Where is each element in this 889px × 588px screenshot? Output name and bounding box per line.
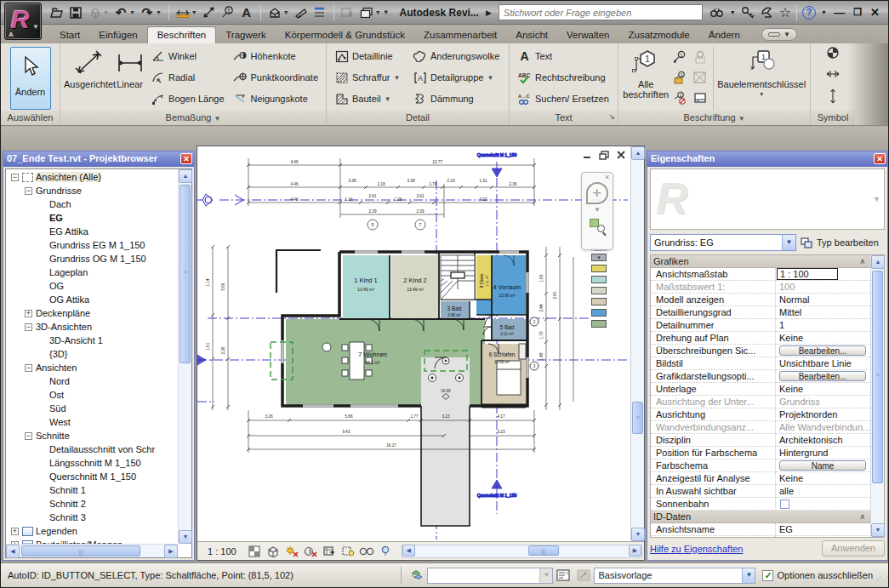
ribbon-tab-zusatzmodule[interactable]: Zusatzmodule <box>619 27 699 43</box>
multi-category-tag-icon[interactable]: 1 <box>670 67 690 88</box>
keynote-button[interactable]: 1 Bauelementschlüssel ▼ <box>716 45 806 100</box>
scroll-down-icon[interactable]: ▼ <box>179 530 192 544</box>
keynote-dropdown-icon[interactable]: ▼ <box>716 89 806 100</box>
property-row[interactable]: Sonnenbahn <box>651 498 870 511</box>
view-minimize-icon[interactable] <box>581 150 593 160</box>
subscription-key-icon[interactable] <box>741 6 755 19</box>
property-row[interactable]: DetaillierungsgradMittel <box>651 306 870 319</box>
terrace-walkway[interactable] <box>421 357 470 526</box>
tree-item[interactable]: −Ansichten <box>6 361 178 374</box>
find-replace-button[interactable]: A→C Suchen/ Ersetzen <box>515 89 612 108</box>
arc-length-dim-button[interactable]: Bogen Länge <box>148 89 226 108</box>
ribbon-tab--ndern[interactable]: Ändern <box>699 27 749 43</box>
property-value[interactable]: alle <box>775 485 870 497</box>
tag-icon[interactable]: 1 <box>219 4 236 21</box>
collapse-icon[interactable]: − <box>25 187 32 195</box>
property-value[interactable]: Keine <box>775 472 870 484</box>
detail-line-button[interactable]: Detaillinie <box>332 47 407 66</box>
revision-cloud-button[interactable]: Änderungswolke <box>410 47 502 66</box>
property-value-button[interactable]: Bearbeiten... <box>779 371 866 381</box>
panel-label-beschriftung[interactable]: Beschriftung ▼ <box>618 111 810 125</box>
spot-slope-button[interactable]: Neigungskote <box>231 89 322 108</box>
angle-dim-button[interactable]: Winkel <box>148 47 226 66</box>
tree-item[interactable]: −Schnitt 2 <box>6 497 178 511</box>
tree-item[interactable]: −Schnitt 3 <box>6 511 178 524</box>
sun-path-icon[interactable] <box>284 545 299 558</box>
tree-item[interactable]: −Ansichten (Alle) <box>6 170 178 184</box>
tree-item[interactable]: −Ost <box>6 388 178 402</box>
property-row[interactable]: AbhängigkeitUnabhängig <box>651 536 870 537</box>
insulation-button[interactable]: Dämmung <box>410 89 502 108</box>
temporary-hide-isolate-icon[interactable] <box>359 545 374 558</box>
detail-component-dropdown-icon[interactable]: ▼ <box>385 95 391 103</box>
panel-label-symbol[interactable]: Symbol <box>811 111 855 125</box>
search-dropdown-icon[interactable]: ▼ <box>730 9 736 15</box>
scroll-up-icon[interactable]: ▲ <box>631 146 645 160</box>
application-menu-button[interactable]: R A ▼ <box>4 3 42 40</box>
3d-view-dropdown-icon[interactable]: ▼ <box>283 9 289 15</box>
property-row[interactable]: Detailnummer1 <box>651 319 870 332</box>
property-value[interactable]: Architektonisch <box>775 434 870 446</box>
detail-group-button[interactable]: A Detailgruppe ▼ <box>410 68 502 87</box>
section-icon[interactable] <box>293 4 310 21</box>
ribbon-minimize-toggle[interactable]: ▼ <box>761 28 797 41</box>
property-row[interactable]: BildstilUnsichtbare Linie <box>651 357 870 370</box>
property-value[interactable]: Alle Wandverbindun... <box>775 421 870 433</box>
property-value[interactable]: Hintergrund <box>775 447 870 459</box>
default-3d-view-icon[interactable] <box>266 4 283 21</box>
tree-item[interactable]: −Dach <box>6 197 178 211</box>
show-crop-icon[interactable] <box>340 545 356 558</box>
scroll-down-icon[interactable]: ▼ <box>631 528 645 541</box>
tree-item[interactable]: −Lageplan <box>6 265 178 279</box>
collapse-icon[interactable]: − <box>25 432 32 440</box>
property-row[interactable]: AusrichtungProjektnorden <box>651 408 870 421</box>
tag-all-button[interactable]: 1 Alle beschriften <box>622 45 670 100</box>
property-row[interactable]: Anzeigestil für AnalyseKeine <box>651 472 870 485</box>
aligned-dimension-icon[interactable] <box>201 4 218 21</box>
tree-item[interactable]: +Bauteillisten/Mengen <box>6 538 178 544</box>
help-dropdown-icon[interactable]: ▼ <box>821 9 827 15</box>
type-selector[interactable]: Grundriss: EG ▼ <box>650 234 796 251</box>
view-reference-icon[interactable] <box>690 88 710 108</box>
scroll-right-icon[interactable]: ▶ <box>164 545 178 558</box>
tag-by-category-icon[interactable]: 1 <box>670 47 690 67</box>
property-row[interactable]: Maßstabswert 1:100 <box>651 281 870 294</box>
spot-coordinate-button[interactable]: Punktkoordinate <box>231 68 322 87</box>
tree-item[interactable]: −Süd <box>6 402 178 415</box>
tree-item[interactable]: +Deckenpläne <box>6 306 178 320</box>
favorites-star-icon[interactable]: ☆ <box>779 4 791 20</box>
area-symbol-icon[interactable] <box>826 46 840 60</box>
steering-wheel-icon[interactable] <box>586 182 608 204</box>
save-icon[interactable] <box>67 4 84 21</box>
property-checkbox[interactable] <box>780 500 789 509</box>
scroll-left-icon[interactable]: ◀ <box>402 545 415 557</box>
property-value-button[interactable]: Bearbeiten... <box>779 345 866 356</box>
stair-path-icon[interactable] <box>829 88 837 104</box>
property-value[interactable]: EG <box>775 523 870 535</box>
property-value[interactable]: Keine <box>775 383 870 395</box>
ribbon-tab-start[interactable]: Start <box>50 27 89 43</box>
close-icon[interactable]: ✕ <box>180 153 192 164</box>
measure-icon[interactable] <box>174 4 191 21</box>
property-value[interactable]: Unsichtbare Linie <box>775 357 870 369</box>
navbar-close-icon[interactable]: ✕ <box>604 174 610 181</box>
help-icon[interactable]: ? <box>802 6 816 20</box>
radial-dim-button[interactable]: Radial <box>148 68 226 87</box>
customize-qat-icon[interactable]: ▼ <box>383 9 390 16</box>
collapse-icon[interactable]: − <box>25 364 32 372</box>
property-value[interactable]: 100 <box>775 281 870 293</box>
text-icon[interactable]: A <box>238 4 255 21</box>
aligned-dim-button[interactable]: Ausgerichtet <box>64 45 113 89</box>
text-button[interactable]: A Text <box>515 47 612 66</box>
expand-icon[interactable]: + <box>25 310 32 317</box>
property-row[interactable]: Grafikdarstellungsopti...Bearbeiten... <box>651 370 870 383</box>
view-restore-icon[interactable] <box>598 150 610 160</box>
tree-item[interactable]: −3D-Ansicht 1 <box>6 334 178 347</box>
scroll-right-icon[interactable]: ▶ <box>629 545 641 557</box>
property-value[interactable]: Unabhängig <box>775 536 870 537</box>
search-icon[interactable] <box>709 7 725 19</box>
edit-type-button[interactable]: Typ bearbeiten <box>801 237 879 248</box>
search-input[interactable] <box>499 4 703 20</box>
property-row[interactable]: Ausrichtung der Unter...Grundriss <box>651 396 870 408</box>
panel-label-detail[interactable]: Detail <box>327 111 509 125</box>
